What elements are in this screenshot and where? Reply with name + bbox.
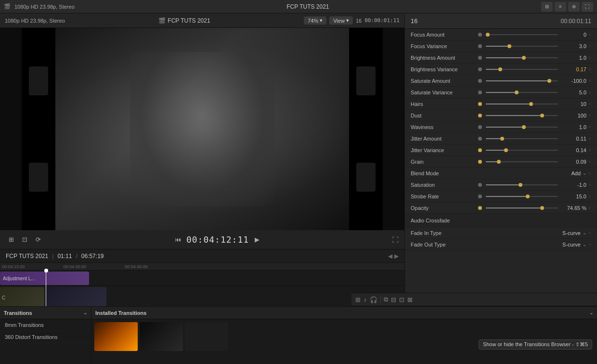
param-value-fade-out-area[interactable]: S-curve ⌄ [478,242,586,247]
param-chevron-jitter-variance: › [586,147,593,153]
slider-thumb-dust[interactable] [540,114,544,117]
slider-track-jitter-variance[interactable] [486,150,558,151]
param-chevron-saturate-amount: › [586,78,593,83]
param-name-fade-out: Fade Out Type [411,242,478,247]
toolbar-icon-6[interactable]: ⊡ [399,296,404,303]
nav-right-icon[interactable]: ▶ [394,253,399,260]
slider-thumb-focus-amount[interactable] [486,33,490,37]
frame-number: 16 [356,18,362,24]
grid-view-btn[interactable]: ⊞ [541,2,553,12]
param-value-saturation: -1.0 [560,182,586,188]
view-controls: ⊞ ≡ ⊕ ⛶ [541,2,593,12]
param-chevron-saturate-variance: › [586,90,593,95]
slider-thumb-waviness[interactable] [522,125,526,129]
slider-thumb-brightness-variance[interactable] [498,67,502,71]
installed-header: Installed Transitions ⌄ [91,307,597,319]
slider-thumb-jitter-variance[interactable] [504,148,508,152]
slider-track-waviness[interactable] [486,127,558,128]
top-bar-right: ⊞ ≡ ⊕ ⛶ [541,2,593,12]
nav-left-icon[interactable]: ◀ [388,253,392,260]
param-value-jitter-amount: 0.11 [560,136,586,142]
slider-thumb-focus-variance[interactable] [507,44,511,48]
slider-track-opacity[interactable] [486,208,558,208]
slider-track-hairs[interactable] [486,104,558,104]
slider-fill-saturate-amount [486,80,547,81]
slider-track-jitter-amount[interactable] [486,138,558,139]
param-slider-grain[interactable] [478,156,560,167]
param-slider-focus-amount[interactable] [478,29,560,40]
slider-thumb-hairs[interactable] [529,102,533,106]
toolbar-icon-5[interactable]: ⊟ [391,296,396,303]
slider-track-focus-amount[interactable] [486,34,558,35]
param-row-saturate-variance: Saturate Variance 5.0 › [405,87,597,98]
param-slider-waviness[interactable] [478,121,560,132]
param-value-fade-in-area[interactable]: S-curve ⌄ [478,230,586,236]
param-dot-jitter-amount [478,137,482,141]
toolbar-icon-1[interactable]: ⊞ [355,296,361,303]
param-row-dust: Dust 100 › [405,110,597,121]
slider-track-dust[interactable] [486,115,558,116]
speed-icon[interactable]: ⟳ [33,234,43,245]
timecode-display: 00:04:12:11 [186,234,249,245]
slider-track-focus-variance[interactable] [486,46,558,47]
toolbar-icon-7[interactable]: ⊠ [407,296,413,303]
slider-thumb-brightness-amount[interactable] [522,56,526,60]
param-slider-jitter-variance[interactable] [478,144,560,156]
installed-thumb-3[interactable] [185,322,228,351]
slider-thumb-jitter-amount[interactable] [500,137,504,141]
slider-thumb-saturate-variance[interactable] [515,91,519,94]
slider-track-saturate-amount[interactable] [486,80,558,81]
list-view-btn[interactable]: ≡ [555,2,566,12]
slider-fill-waviness [486,127,522,128]
video-settings-icon[interactable]: ⊞ [6,234,16,245]
param-slider-strobe-rate[interactable] [478,191,560,202]
param-dot-saturation [478,183,482,187]
slider-track-brightness-variance[interactable] [486,69,558,70]
param-row-saturation: Saturation -1.0 › [405,179,597,191]
resolution-label: 1080p HD 23.98p, Stereo [14,4,75,10]
param-slider-opacity[interactable] [478,202,560,213]
param-slider-saturation[interactable] [478,179,560,190]
slider-track-saturate-variance[interactable] [486,92,558,93]
slider-track-strobe-rate[interactable] [486,196,558,197]
transitions-chevron-icon[interactable]: ⌄ [83,310,87,315]
installed-chevron-icon[interactable]: ⌄ [589,310,593,315]
toolbar-icon-2[interactable]: ♪ [363,296,367,303]
param-slider-brightness-variance[interactable] [478,64,560,75]
param-value-blend-mode-area[interactable]: Add ⌄ [478,170,586,176]
slider-track-grain[interactable] [486,161,558,162]
adjust-view-btn[interactable]: ⊕ [568,2,580,12]
slider-thumb-saturate-amount[interactable] [547,79,551,83]
transition-item-360[interactable]: 360 Distort Transitions [0,331,91,343]
slider-thumb-grain[interactable] [497,160,501,164]
param-slider-hairs[interactable] [478,98,560,109]
installed-thumb-2[interactable] [140,322,183,351]
fullscreen-btn[interactable]: ⛶ [582,2,593,12]
param-name-opacity: Opacity [411,205,478,211]
expand-button[interactable]: ⛶ [392,236,399,244]
param-name-saturate-variance: Saturate Variance [411,90,478,95]
param-slider-saturate-variance[interactable] [478,87,560,98]
slider-track-brightness-amount[interactable] [486,57,558,58]
slider-thumb-strobe-rate[interactable] [526,195,530,198]
transport-bar: ⊞ ⊡ ⟳ ⏮ 00:04:12:11 ▶ ⛶ [0,230,404,249]
slider-thumb-saturation[interactable] [519,183,522,187]
param-slider-dust[interactable] [478,110,560,121]
param-slider-saturate-amount[interactable] [478,75,560,86]
param-slider-jitter-amount[interactable] [478,133,560,144]
crop-icon[interactable]: ⊡ [19,234,30,245]
toolbar-icon-4[interactable]: ⧉ [384,296,388,303]
view-button[interactable]: View ▾ [329,16,353,25]
slider-track-saturation[interactable] [486,184,558,185]
play-pause-icon[interactable]: ▶ [252,234,262,245]
param-slider-brightness-amount[interactable] [478,52,560,63]
toolbar-icon-3[interactable]: 🎧 [370,296,377,303]
zoom-control[interactable]: 74% ▾ [304,16,326,25]
film-frame-right [349,28,383,230]
rewind-icon[interactable]: ⏮ [173,234,183,245]
slider-thumb-opacity[interactable] [540,206,544,210]
installed-thumb-1[interactable] [94,322,138,351]
transition-item-8mm[interactable]: 8mm Transitions [0,319,91,331]
param-dot-brightness-variance [478,67,482,71]
param-slider-focus-variance[interactable] [478,40,560,52]
